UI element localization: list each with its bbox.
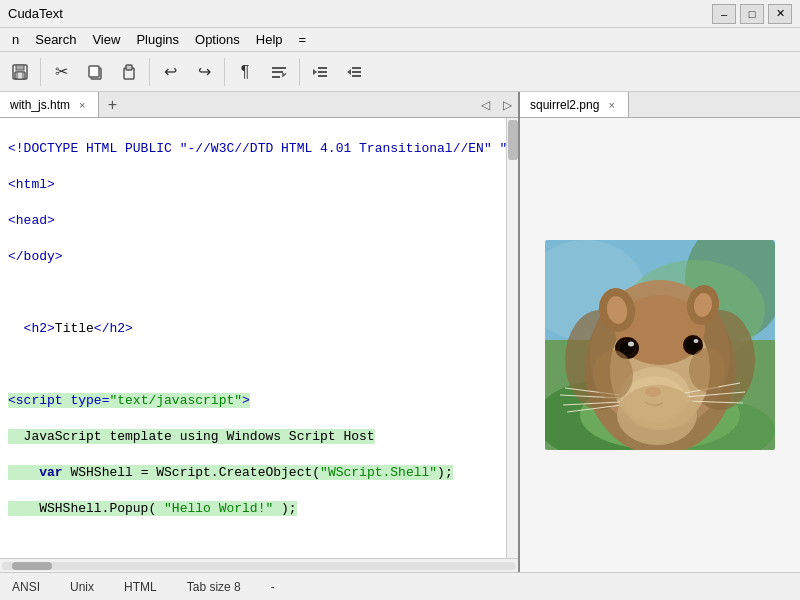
- tab-nav-right[interactable]: ▷: [496, 92, 518, 118]
- editor-tab-close[interactable]: ×: [76, 98, 88, 112]
- svg-rect-12: [318, 71, 327, 73]
- menu-item-view[interactable]: View: [84, 28, 128, 51]
- menu-item-plugins[interactable]: Plugins: [128, 28, 187, 51]
- svg-point-54: [593, 350, 633, 400]
- svg-rect-11: [318, 67, 327, 69]
- editor-tab-label: with_js.htm: [10, 98, 70, 112]
- paste-button[interactable]: [113, 56, 145, 88]
- image-tab-bar: squirrel2.png ×: [520, 92, 800, 118]
- svg-rect-13: [318, 75, 327, 77]
- title-text: CudaText: [8, 6, 712, 21]
- undo-button[interactable]: ↩: [154, 56, 186, 88]
- image-pane: squirrel2.png ×: [520, 92, 800, 572]
- code-content: <!DOCTYPE HTML PUBLIC "-//W3C//DTD HTML …: [0, 118, 518, 558]
- svg-point-34: [628, 342, 634, 347]
- main-area: with_js.htm × + ◁ ▷ <!DOCTYPE HTML PUBLI…: [0, 92, 800, 572]
- copy-button[interactable]: [79, 56, 111, 88]
- menu-item-options[interactable]: Options: [187, 28, 248, 51]
- svg-rect-3: [17, 72, 23, 79]
- menu-item-n[interactable]: n: [4, 28, 27, 51]
- cut-button[interactable]: ✂: [45, 56, 77, 88]
- close-button[interactable]: ✕: [768, 4, 792, 24]
- scrollbar-thumb[interactable]: [508, 120, 518, 160]
- redo-button[interactable]: ↪: [188, 56, 220, 88]
- editor-pane: with_js.htm × + ◁ ▷ <!DOCTYPE HTML PUBLI…: [0, 92, 520, 572]
- status-bar: ANSI Unix HTML Tab size 8 -: [0, 572, 800, 600]
- unindent-button[interactable]: [338, 56, 370, 88]
- toolbar-separator-1: [40, 58, 41, 86]
- minimize-button[interactable]: –: [712, 4, 736, 24]
- indent-button[interactable]: [304, 56, 336, 88]
- svg-rect-16: [352, 75, 361, 77]
- editor-tab-bar: with_js.htm × + ◁ ▷: [0, 92, 518, 118]
- menu-item-help[interactable]: Help: [248, 28, 291, 51]
- tab-navigation: ◁ ▷: [474, 92, 518, 118]
- toolbar: ✂ ↩ ↪ ¶: [0, 52, 800, 92]
- status-extra: -: [271, 580, 275, 594]
- pilcrow-button[interactable]: ¶: [229, 56, 261, 88]
- image-content: [520, 118, 800, 572]
- squirrel-image: [545, 240, 775, 450]
- maximize-button[interactable]: □: [740, 4, 764, 24]
- menu-item-eq[interactable]: =: [291, 28, 315, 51]
- save-button[interactable]: [4, 56, 36, 88]
- image-tab-active[interactable]: squirrel2.png ×: [520, 92, 629, 117]
- svg-rect-14: [352, 67, 361, 69]
- code-editor[interactable]: <!DOCTYPE HTML PUBLIC "-//W3C//DTD HTML …: [0, 118, 518, 558]
- add-tab-button[interactable]: +: [99, 92, 125, 118]
- svg-point-55: [689, 348, 725, 392]
- title-bar: CudaText – □ ✕: [0, 0, 800, 28]
- svg-point-37: [694, 339, 699, 343]
- editor-tab-active[interactable]: with_js.htm ×: [0, 92, 99, 117]
- svg-rect-7: [126, 65, 132, 70]
- svg-rect-10: [272, 76, 280, 78]
- svg-rect-9: [272, 71, 283, 73]
- toolbar-separator-4: [299, 58, 300, 86]
- image-tab-label: squirrel2.png: [530, 98, 599, 112]
- svg-rect-1: [16, 65, 24, 70]
- svg-rect-15: [352, 71, 361, 73]
- svg-point-53: [617, 385, 697, 445]
- status-line-ending: Unix: [70, 580, 94, 594]
- toolbar-separator-2: [149, 58, 150, 86]
- menu-bar: n Search View Plugins Options Help =: [0, 28, 800, 52]
- toolbar-separator-3: [224, 58, 225, 86]
- image-tab-close[interactable]: ×: [605, 98, 617, 112]
- menu-item-search[interactable]: Search: [27, 28, 84, 51]
- h-scroll-track: [2, 562, 516, 570]
- title-controls: – □ ✕: [712, 4, 792, 24]
- vertical-scrollbar[interactable]: [506, 118, 518, 558]
- word-wrap-button[interactable]: [263, 56, 295, 88]
- horizontal-scrollbar[interactable]: [0, 558, 518, 572]
- tab-nav-left[interactable]: ◁: [474, 92, 496, 118]
- status-tab-size: Tab size 8: [187, 580, 241, 594]
- svg-rect-5: [89, 66, 99, 77]
- h-scroll-thumb[interactable]: [12, 562, 52, 570]
- status-encoding: ANSI: [12, 580, 40, 594]
- status-syntax: HTML: [124, 580, 157, 594]
- svg-rect-8: [272, 67, 286, 69]
